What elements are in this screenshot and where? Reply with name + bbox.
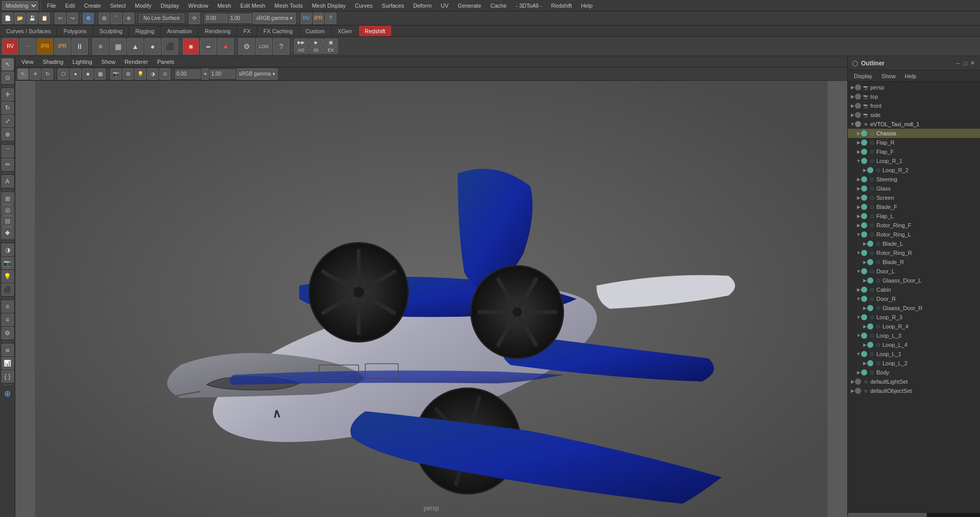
ol-expand-loop-l4[interactable]: ▶ — [862, 342, 867, 347]
vp-shading-menu[interactable]: Shading — [39, 58, 67, 66]
new-scene-btn[interactable]: 📄 — [2, 13, 13, 24]
menu-cache[interactable]: Cache — [486, 2, 511, 10]
ol-expand-side[interactable]: ▶ — [850, 112, 855, 118]
lasso-select-btn[interactable]: ⊙ — [2, 72, 14, 84]
ol-expand-body[interactable]: ▶ — [856, 370, 861, 375]
curve-tool-btn[interactable]: ⌒ — [2, 145, 14, 157]
viewport-canvas[interactable]: ∧ persp — [15, 81, 847, 517]
vp-lights-toggle[interactable]: 💡 — [135, 68, 146, 80]
ol-help-menu[interactable]: Help — [901, 72, 921, 80]
ol-item-evtol[interactable]: ▼ ⊕ eVTOL_Taxi_mdl_1 — [848, 120, 980, 129]
position-y-input[interactable] — [229, 14, 252, 23]
snap-view-lt-btn[interactable]: ◎ — [2, 204, 13, 216]
question-btn[interactable]: ? — [325, 13, 336, 24]
vp-select-btn[interactable]: ↖ — [17, 68, 29, 80]
vp-flat-btn[interactable]: ■ — [82, 68, 93, 80]
ol-expand-front[interactable]: ▶ — [850, 103, 855, 108]
save-scene-btn[interactable]: 💾 — [27, 13, 38, 24]
redo-btn[interactable]: ↪ — [67, 13, 78, 24]
live-surface-toggle[interactable]: No Live Surface — [139, 14, 184, 22]
menu-help[interactable]: Help — [577, 2, 597, 10]
menu-modify[interactable]: Modify — [131, 2, 155, 10]
construction-history-btn[interactable]: ⟳ — [189, 13, 200, 24]
ol-expand-evtol[interactable]: ▼ — [850, 122, 855, 127]
attr-editor-btn[interactable]: ≡ — [2, 314, 14, 326]
tab-custom[interactable]: Custom — [300, 26, 332, 36]
snap-edge-lt-btn[interactable]: ⊟ — [2, 216, 13, 227]
menu-generate[interactable]: Generate — [454, 2, 485, 10]
snap-vertex-lt-btn[interactable]: ◆ — [2, 227, 13, 238]
snap-curve-btn[interactable]: ⌒ — [111, 13, 122, 24]
layer-btn[interactable]: ▤ — [2, 344, 14, 356]
menu-display[interactable]: Display — [157, 2, 183, 10]
render-settings-btn[interactable]: ⚙ — [83, 13, 94, 24]
tab-xgen[interactable]: XGen — [331, 26, 358, 36]
menu-deform[interactable]: Deform — [409, 2, 435, 10]
position-x-input[interactable] — [205, 14, 228, 23]
ol-item-body[interactable]: ▶ ⬡ Body — [848, 368, 980, 377]
menu-edit-mesh[interactable]: Edit Mesh — [236, 2, 270, 10]
vp-grid-toggle[interactable]: ⊞ — [122, 68, 134, 80]
shelf-dots-btn[interactable]: ⋯ — [19, 38, 36, 55]
tab-animation[interactable]: Animation — [161, 26, 199, 36]
shelf-bar-btn[interactable]: ▬ — [200, 38, 216, 55]
ol-expand-loop-l1[interactable]: ▼ — [856, 351, 861, 357]
tab-sculpting[interactable]: Sculpting — [93, 26, 129, 36]
shelf-log-btn[interactable]: LOG — [256, 38, 272, 55]
transform-tool-btn[interactable]: ⊕ — [2, 128, 14, 140]
ol-expand-blade-r[interactable]: ▶ — [862, 260, 867, 265]
vp-color-space-btn[interactable]: sRGB gamma ▾ — [236, 68, 278, 80]
vp-xray-toggle[interactable]: ⊙ — [159, 68, 170, 80]
ol-expand-loop-r1[interactable]: ▼ — [856, 158, 861, 163]
tab-curves-surfaces[interactable]: Curves / Surfaces — [0, 26, 57, 36]
shelf-sphere-btn[interactable]: ● — [144, 38, 161, 55]
menu-redshift[interactable]: Redshift — [547, 2, 576, 10]
snap-grid-btn[interactable]: ⊞ — [99, 13, 110, 24]
ol-item-door-r[interactable]: ▼ ⬡ Door_R — [848, 294, 980, 303]
render-preview-btn[interactable]: RV — [301, 13, 312, 24]
light-btn[interactable]: 💡 — [2, 270, 14, 283]
camera-btn[interactable]: 📷 — [2, 257, 14, 269]
ol-expand-flap-r[interactable]: ▶ — [856, 140, 861, 145]
tab-rigging[interactable]: Rigging — [129, 26, 161, 36]
ol-item-blade-f[interactable]: ▶ ⬡ Blade_F — [848, 202, 980, 212]
channel-box-btn[interactable]: ≡ — [2, 300, 14, 313]
ol-expand-loop-r2[interactable]: ▶ — [862, 168, 867, 173]
ol-expand-flap-l[interactable]: ▶ — [856, 214, 861, 219]
gamma-dropdown[interactable]: sRGB gamma ▾ — [253, 13, 296, 24]
outliner-minimize-btn[interactable]: ─ — [956, 60, 960, 66]
ol-item-top[interactable]: ▶ 📷 top — [848, 92, 980, 101]
ol-item-glass[interactable]: ▶ ⬡ Glass — [848, 184, 980, 193]
ol-expand-rotor-ring-f[interactable]: ▶ — [856, 223, 861, 228]
outliner-detach-btn[interactable]: □ — [964, 60, 967, 66]
mode-dropdown[interactable]: Modeling — [2, 1, 38, 10]
shelf-help-btn[interactable]: ? — [273, 38, 289, 55]
outliner-close-btn[interactable]: ✕ — [970, 60, 975, 66]
ol-expand-door-l[interactable]: ▼ — [856, 269, 861, 274]
ol-item-cabin[interactable]: ▶ ⬡ Cabin — [848, 285, 980, 294]
render-lt-btn[interactable]: ⬛ — [2, 284, 14, 296]
tab-fx[interactable]: FX — [237, 26, 257, 36]
tool-settings-btn[interactable]: ⚙ — [2, 327, 14, 339]
gi-btn[interactable]: GI — [309, 46, 323, 54]
vp-cam-btn[interactable]: 📷 — [110, 68, 121, 80]
ol-item-loop-r2[interactable]: ▶ ⬡ Loop_R_2 — [848, 166, 980, 175]
ol-expand-glaass-door-r[interactable]: ▶ — [862, 306, 867, 311]
shelf-quad-btn[interactable]: ⊞ — [92, 38, 109, 55]
ol-expand-loop-l3[interactable]: ▼ — [856, 333, 861, 338]
ol-item-flap-r[interactable]: ▶ ⬡ Flap_R — [848, 138, 980, 147]
menu-window[interactable]: Window — [184, 2, 212, 10]
ol-item-loop-l4[interactable]: ▶ ⬡ Loop_L_4 — [848, 340, 980, 349]
scale-tool-btn[interactable]: ⤢ — [2, 115, 14, 127]
ol-display-menu[interactable]: Display — [850, 72, 876, 80]
shelf-rv-btn[interactable]: RV — [2, 38, 18, 55]
ol-item-steering[interactable]: ▶ ⬡ Steering — [848, 175, 980, 184]
menu-curves[interactable]: Curves — [351, 2, 377, 10]
tab-rendering[interactable]: Rendering — [199, 26, 237, 36]
ol-item-loop-r3[interactable]: ▼ ⬡ Loop_R_3 — [848, 313, 980, 322]
ol-item-rotor-ring-r[interactable]: ▼ ⬡ Rotor_Ring_R — [848, 248, 980, 257]
ol-expand-loop-l2[interactable]: ▶ — [862, 361, 867, 366]
menu-file[interactable]: File — [43, 2, 60, 10]
ol-item-chassis[interactable]: ▶ ⬡ Chassis — [848, 129, 980, 138]
shelf-cone-btn[interactable]: ▲ — [127, 38, 143, 55]
